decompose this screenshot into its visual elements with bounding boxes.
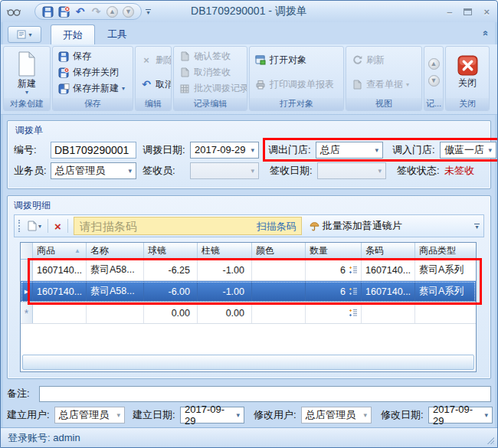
application-menu-button[interactable]: ▾	[8, 26, 41, 43]
new-row-marker[interactable]: *	[21, 302, 33, 323]
header-selector-cell	[21, 243, 33, 259]
cancel-button[interactable]: ↶ 取消	[138, 77, 172, 92]
redo-icon[interactable]: ↷	[89, 5, 103, 19]
transfer-date-dropdown[interactable]: 2017-09-29 ▾	[190, 142, 259, 159]
record-up-icon[interactable]: ▲	[105, 5, 120, 19]
grid-cell[interactable]	[306, 302, 362, 323]
delete-row-button[interactable]: ×	[52, 217, 64, 234]
grid-cell[interactable]: 蔡司A58...	[87, 260, 144, 280]
minimize-button[interactable]: –	[447, 7, 452, 17]
grid-cell[interactable]: 蔡司A58...	[87, 281, 144, 302]
remark-input[interactable]	[43, 388, 487, 400]
grid-cell[interactable]: -1.00	[198, 281, 252, 302]
out-store-dropdown[interactable]: 总店 ▾	[316, 142, 383, 159]
chevron-down-icon: ▾	[248, 167, 257, 175]
save-and-close-button[interactable]: 保存并关闭	[55, 65, 130, 80]
grid-cell[interactable]	[87, 302, 144, 323]
tab-start[interactable]: 开始	[51, 25, 95, 44]
grid-cell[interactable]: 1607140...	[33, 281, 87, 302]
modified-user-label: 修改用户:	[254, 408, 301, 422]
batch-list-icon[interactable]	[348, 309, 358, 317]
col-name[interactable]: 名称	[87, 243, 144, 259]
grid-cell[interactable]: -6.25	[144, 260, 198, 280]
grid-cell[interactable]: -1.00	[198, 260, 252, 280]
number-field[interactable]	[51, 142, 136, 159]
new-row-button[interactable]: ▾	[25, 217, 44, 234]
grid-cell[interactable]: 1607140...	[33, 260, 87, 280]
record-next-icon[interactable]: ▼	[428, 75, 440, 87]
grid-cell[interactable]	[252, 281, 306, 302]
col-product[interactable]: 商品 ▲	[33, 243, 87, 259]
delete-icon: ×	[54, 221, 61, 232]
save-close-icon	[57, 67, 70, 78]
close-button[interactable]: 关闭	[448, 48, 487, 96]
grid-cell[interactable]	[362, 302, 415, 323]
save-close-icon[interactable]	[57, 5, 71, 19]
collapse-ribbon-icon[interactable]: »	[479, 31, 490, 36]
col-sphere[interactable]: 球镜	[144, 243, 198, 259]
col-quantity[interactable]: 数量	[306, 243, 362, 259]
grid-cell[interactable]: 1607140...	[362, 281, 415, 302]
grid-cell[interactable]: 6	[306, 281, 362, 302]
scan-barcode-field: 扫描条码	[74, 217, 302, 235]
ribbon-tab-row: ▾ 开始 工具 »	[1, 22, 497, 44]
number-input[interactable]	[54, 144, 133, 156]
save-button[interactable]: 保存	[55, 49, 130, 64]
umbrella-icon	[310, 221, 319, 231]
new-button[interactable]: 新建 ▾	[6, 48, 48, 96]
grid-cell[interactable]	[33, 302, 87, 323]
grid-cell[interactable]	[252, 260, 306, 280]
row-selector[interactable]	[21, 260, 33, 280]
current-row-marker[interactable]: ▸	[21, 281, 33, 302]
undo-icon[interactable]: ↶	[73, 5, 87, 19]
grid-cell[interactable]: 6	[306, 260, 362, 280]
scan-barcode-input[interactable]	[74, 217, 302, 235]
grid-cell[interactable]: 蔡司A系列	[415, 281, 476, 302]
grid-cell[interactable]	[252, 302, 306, 323]
glasses-app-icon[interactable]	[7, 5, 22, 18]
resize-grip[interactable]	[486, 436, 494, 444]
grid-cell[interactable]: 蔡司A系列	[415, 260, 476, 280]
batch-add-lens-button[interactable]: 批量添加普通镜片	[306, 217, 406, 235]
customize-qat-icon[interactable]: ▾	[146, 9, 151, 15]
close-window-button[interactable]: ×	[483, 7, 490, 17]
batch-transfer-record-button: 批次调拨记录	[176, 81, 247, 96]
view-document-button: 查看单据 ▾	[349, 77, 419, 92]
receiver-dropdown: ▾	[190, 162, 259, 179]
chevron-down-icon: ▾	[126, 167, 134, 175]
grid-cell[interactable]	[415, 302, 476, 323]
grid-cell[interactable]: -6.00	[144, 281, 198, 302]
table-row-selected[interactable]: ▸ 1607140... 蔡司A58... -6.00 -1.00 6 1607…	[21, 281, 476, 302]
remark-field[interactable]	[39, 386, 491, 402]
status-badge: 未签收	[444, 164, 474, 178]
salesman-dropdown[interactable]: 总店管理员 ▾	[51, 162, 136, 179]
grid-header: 商品 ▲ 名称 球镜 柱镜 颜色 数量 条码 商品类型	[21, 243, 476, 260]
in-store-label: 调入门店:	[392, 143, 440, 157]
in-store-dropdown[interactable]: 傲蓝一店 ▾	[440, 142, 496, 159]
open-object-button[interactable]: 打开对象	[252, 53, 341, 67]
batch-list-icon[interactable]	[348, 266, 358, 274]
toolbar-grip[interactable]	[18, 220, 21, 232]
table-row[interactable]: 1607140... 蔡司A58... -6.25 -1.00 6 160714…	[21, 260, 476, 281]
record-previous-icon[interactable]: ▲	[428, 58, 440, 70]
record-down-icon[interactable]: ▼	[121, 5, 136, 19]
save-and-new-button[interactable]: 保存并新建 ▾	[55, 81, 130, 96]
col-type[interactable]: 商品类型	[415, 243, 476, 259]
table-row-new[interactable]: * 0.00 0.00	[21, 302, 476, 324]
batch-list-icon[interactable]	[348, 287, 358, 296]
chevron-down-icon: ▾	[482, 411, 490, 419]
chevron-down-icon: ▾	[234, 411, 242, 419]
tab-tools[interactable]: 工具	[95, 25, 139, 44]
document-x-icon	[179, 67, 191, 77]
grid-cell[interactable]: 1607140...	[362, 260, 415, 280]
toolbar-overflow-icon[interactable]: ▾	[474, 224, 480, 229]
col-cylinder[interactable]: 柱镜	[198, 243, 252, 259]
panel-title: 调拨明细	[12, 198, 486, 214]
group-label: 编辑	[136, 98, 171, 110]
grid-cell[interactable]: 0.00	[144, 302, 198, 323]
col-color[interactable]: 颜色	[252, 243, 306, 259]
col-barcode[interactable]: 条码	[362, 243, 415, 259]
grid-cell[interactable]: 0.00	[198, 302, 252, 323]
maximize-button[interactable]	[464, 8, 472, 15]
save-icon[interactable]	[41, 5, 55, 19]
